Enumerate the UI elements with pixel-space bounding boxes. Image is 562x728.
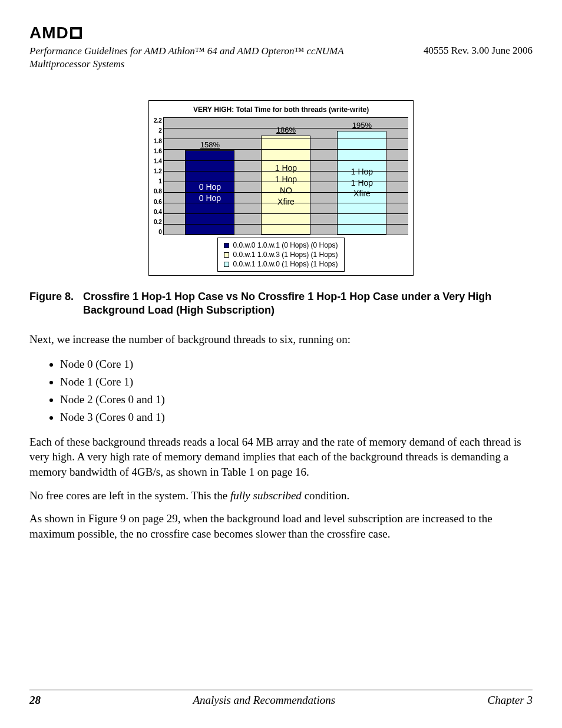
paragraph: Each of these background threads reads a… <box>29 434 533 480</box>
y-tick: 0.6 <box>154 199 162 205</box>
y-tick: 0 <box>154 229 162 235</box>
y-tick: 1.8 <box>154 138 162 144</box>
figure-caption-text: Crossfire 1 Hop-1 Hop Case vs No Crossfi… <box>83 290 533 317</box>
amd-logo-icon <box>70 27 82 39</box>
legend-item: 0.0.w.1 1.0.w.0 (1 Hops) (1 Hops) <box>224 259 338 269</box>
chart-bar: 195%1 Hop1 HopXfire <box>337 131 386 235</box>
chart-title: VERY HIGH: Total Time for both threads (… <box>154 106 408 114</box>
legend-item: 0.0.w.0 1.0.w.1 (0 Hops) (0 Hops) <box>224 241 338 250</box>
y-tick: 1 <box>154 178 162 185</box>
amd-logo: AMD <box>29 24 533 42</box>
list-item: Node 3 (Cores 0 and 1) <box>60 409 533 426</box>
legend-label: 0.0.w.1 1.0.w.0 (1 Hops) (1 Hops) <box>233 260 338 268</box>
figure-caption: Figure 8. Crossfire 1 Hop-1 Hop Case vs … <box>29 290 533 317</box>
list-item: Node 2 (Cores 0 and 1) <box>60 391 533 409</box>
chart-legend: 0.0.w.0 1.0.w.1 (0 Hops) (0 Hops)0.0.w.1… <box>217 238 344 272</box>
paragraph: No free cores are left in the system. Th… <box>29 488 533 503</box>
chart-bar: 186%1 Hop1 HopNOXfire <box>261 136 310 235</box>
paragraph: As shown in Figure 9 on page 29, when th… <box>29 511 533 541</box>
bar-value-label: 158% <box>200 140 220 149</box>
y-tick: 1.6 <box>154 148 162 154</box>
paragraph: Next, we increase the number of backgrou… <box>29 332 533 347</box>
logo-text: AMD <box>29 24 69 42</box>
y-tick: 0.8 <box>154 188 162 195</box>
chart-y-axis: 2.221.81.61.41.210.80.60.40.20 <box>154 117 163 235</box>
page-footer: 28 Analysis and Recommendations Chapter … <box>29 690 533 707</box>
figure-number: Figure 8. <box>29 290 74 317</box>
page-number: 28 <box>29 694 41 707</box>
bullet-list: Node 0 (Core 1)Node 1 (Core 1)Node 2 (Co… <box>29 355 533 426</box>
footer-chapter: Chapter 3 <box>487 694 533 707</box>
chart-plot-area: 158%0 Hop0 Hop186%1 Hop1 HopNOXfire195%1… <box>163 117 408 235</box>
legend-swatch <box>224 262 229 267</box>
bar-value-label: 186% <box>276 126 296 134</box>
y-tick: 2 <box>154 127 162 134</box>
doc-meta: 40555 Rev. 3.00 June 2006 <box>424 45 533 71</box>
y-tick: 1.4 <box>154 158 162 164</box>
running-header: Performance Guidelines for AMD Athlon™ 6… <box>29 45 533 71</box>
legend-swatch <box>224 252 229 258</box>
legend-item: 0.0.w.1 1.0.w.3 (1 Hops) (1 Hops) <box>224 250 338 259</box>
footer-section: Analysis and Recommendations <box>193 694 335 707</box>
list-item: Node 1 (Core 1) <box>60 373 533 391</box>
legend-swatch <box>224 243 229 248</box>
chart-bars: 158%0 Hop0 Hop186%1 Hop1 HopNOXfire195%1… <box>164 117 408 235</box>
y-tick: 1.2 <box>154 168 162 174</box>
y-tick: 0.4 <box>154 209 162 215</box>
list-item: Node 0 (Core 1) <box>60 355 533 373</box>
legend-label: 0.0.w.0 1.0.w.1 (0 Hops) (0 Hops) <box>233 241 338 249</box>
doc-title: Performance Guidelines for AMD Athlon™ 6… <box>29 45 359 71</box>
bar-inner-label: 1 Hop1 HopNOXfire <box>275 163 297 207</box>
y-tick: 2.2 <box>154 117 162 124</box>
figure-chart: VERY HIGH: Total Time for both threads (… <box>148 100 414 276</box>
legend-label: 0.0.w.1 1.0.w.3 (1 Hops) (1 Hops) <box>233 251 338 259</box>
y-tick: 0.2 <box>154 219 162 225</box>
